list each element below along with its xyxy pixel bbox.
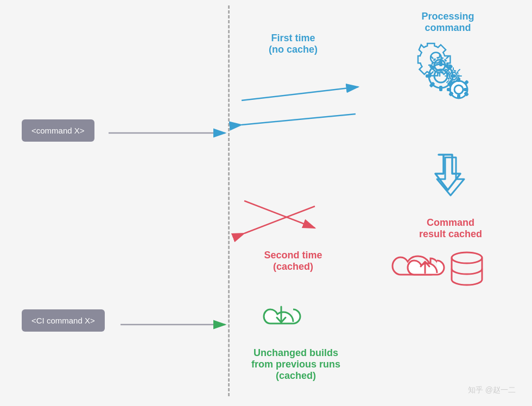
command-box-2: <CI command X> xyxy=(22,309,105,332)
svg-rect-22 xyxy=(429,64,435,70)
svg-point-12 xyxy=(434,60,445,71)
svg-line-10 xyxy=(244,206,315,233)
svg-line-9 xyxy=(244,201,315,228)
svg-point-15 xyxy=(448,71,459,81)
svg-rect-35 xyxy=(448,91,454,97)
svg-rect-20 xyxy=(426,74,431,78)
command-box-1: <command X> xyxy=(22,119,94,142)
svg-rect-36 xyxy=(464,91,469,97)
watermark: 知乎 @赵一二 xyxy=(468,385,516,395)
svg-rect-34 xyxy=(464,80,469,85)
svg-rect-29 xyxy=(457,78,460,82)
svg-rect-25 xyxy=(447,81,453,87)
svg-rect-21 xyxy=(451,74,456,78)
processing-command-label: Processingcommand xyxy=(404,11,491,34)
svg-marker-37 xyxy=(435,155,460,190)
svg-point-16 xyxy=(429,64,453,88)
svg-rect-23 xyxy=(447,64,453,70)
svg-point-28 xyxy=(454,85,463,94)
svg-rect-32 xyxy=(464,88,468,91)
svg-rect-30 xyxy=(457,94,460,99)
svg-rect-24 xyxy=(429,81,435,87)
svg-point-26 xyxy=(450,81,467,98)
svg-point-13 xyxy=(432,58,447,73)
svg-marker-8 xyxy=(437,157,464,195)
dashed-separator xyxy=(228,5,230,396)
svg-line-6 xyxy=(242,87,358,100)
svg-rect-31 xyxy=(447,88,451,91)
unchanged-builds-label: Unchanged buildsfrom previous runs(cache… xyxy=(239,347,353,382)
svg-rect-18 xyxy=(439,61,442,66)
svg-point-40 xyxy=(452,252,482,263)
diagram-container: <command X> <CI command X> First time(no… xyxy=(0,0,532,406)
diagram-svg xyxy=(0,0,532,406)
svg-rect-33 xyxy=(448,80,454,85)
svg-point-17 xyxy=(434,69,447,83)
svg-point-14 xyxy=(449,72,457,80)
second-time-label: Second time(cached) xyxy=(244,250,342,272)
command-result-cached-label: Commandresult cached xyxy=(402,217,499,240)
svg-point-27 xyxy=(450,81,467,98)
svg-line-7 xyxy=(242,114,356,125)
svg-rect-19 xyxy=(439,86,442,91)
first-time-label: First time(no cache) xyxy=(250,33,337,55)
